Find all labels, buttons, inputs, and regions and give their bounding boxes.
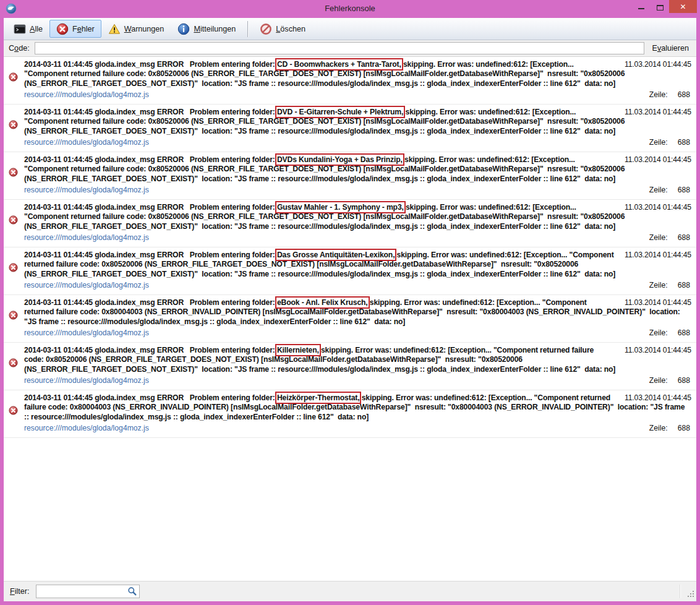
error-entry[interactable]: 11.03.2014 01:44:45 2014-03-11 01:44:45 … [4, 390, 696, 438]
close-button[interactable]: ✕ [669, 0, 697, 13]
close-icon: ✕ [680, 2, 686, 11]
titlebar[interactable]: Fehlerkonsole ✕ [0, 0, 700, 18]
toolbar: Alle Fehler Warnungen Mitteilungen Lösch… [4, 18, 696, 40]
resize-grip[interactable] [687, 590, 695, 600]
error-date: 11.03.2014 01:44:45 [615, 393, 691, 403]
clear-icon [260, 23, 272, 35]
line-number: 688 [678, 138, 690, 147]
filter-label: Filter: [10, 587, 30, 596]
line-number: 688 [678, 376, 690, 385]
source-link[interactable]: resource:///modules/gloda/log4moz.js [24, 90, 149, 100]
toolbar-button-alle[interactable]: Alle [7, 20, 49, 38]
line-label: Zeile: [649, 186, 668, 195]
error-entry[interactable]: 11.03.2014 01:44:45 2014-03-11 01:44:45 … [4, 105, 696, 152]
source-link[interactable]: resource:///modules/gloda/log4moz.js [24, 233, 149, 242]
info-icon [177, 23, 190, 35]
source-link[interactable]: resource:///modules/gloda/log4moz.js [24, 328, 149, 338]
line-number: 688 [678, 186, 690, 195]
source-link[interactable]: resource:///modules/gloda/log4moz.js [24, 424, 149, 433]
error-date: 11.03.2014 01:44:45 [615, 251, 691, 260]
console-icon [14, 23, 26, 35]
window-title: Fehlerkonsole [0, 4, 700, 13]
filter-input[interactable] [36, 586, 127, 597]
maximize-button[interactable] [651, 0, 669, 13]
line-number: 688 [678, 424, 690, 433]
window-content: Alle Fehler Warnungen Mitteilungen Lösch… [4, 18, 696, 601]
code-input[interactable] [35, 42, 645, 54]
source-link[interactable]: resource:///modules/gloda/log4moz.js [24, 138, 149, 147]
toolbar-separator [247, 21, 248, 37]
toolbar-button-mitteilungen[interactable]: Mitteilungen [171, 20, 242, 38]
error-icon [9, 406, 18, 415]
statusbar-divider [680, 585, 680, 598]
line-number: 688 [678, 233, 690, 242]
error-entry[interactable]: 11.03.2014 01:44:45 2014-03-11 01:44:45 … [4, 295, 696, 343]
line-label: Zeile: [649, 424, 668, 433]
minimize-button[interactable] [632, 0, 651, 13]
maximize-icon [657, 5, 664, 11]
minimize-icon [638, 8, 644, 9]
line-label: Zeile: [649, 233, 668, 242]
line-label: Zeile: [649, 90, 668, 100]
line-label: Zeile: [649, 328, 668, 338]
folder-name-highlight: Killernieten, [277, 346, 319, 354]
error-message: 11.03.2014 01:44:45 2014-03-11 01:44:45 … [24, 251, 691, 279]
line-label: Zeile: [649, 281, 668, 290]
error-entry[interactable]: 11.03.2014 01:44:45 2014-03-11 01:44:45 … [4, 57, 696, 105]
toolbar-button-fehler[interactable]: Fehler [49, 20, 101, 38]
code-label: Code: [9, 44, 30, 53]
evaluate-button[interactable]: Evaluieren [649, 44, 691, 53]
error-message: 11.03.2014 01:44:45 2014-03-11 01:44:45 … [24, 60, 691, 88]
error-icon [9, 215, 18, 225]
warning-icon [108, 23, 121, 35]
error-date: 11.03.2014 01:44:45 [615, 155, 691, 165]
error-icon [9, 311, 18, 320]
toolbar-button-loeschen[interactable]: Löschen [253, 20, 312, 38]
error-message: 11.03.2014 01:44:45 2014-03-11 01:44:45 … [24, 155, 691, 184]
error-list: 11.03.2014 01:44:45 2014-03-11 01:44:45 … [4, 57, 696, 581]
code-row: Code: Evaluieren [4, 40, 696, 57]
error-entry[interactable]: 11.03.2014 01:44:45 2014-03-11 01:44:45 … [4, 200, 696, 247]
error-date: 11.03.2014 01:44:45 [615, 346, 691, 355]
error-icon [9, 358, 18, 367]
error-message: 11.03.2014 01:44:45 2014-03-11 01:44:45 … [24, 298, 691, 327]
source-link[interactable]: resource:///modules/gloda/log4moz.js [24, 281, 149, 290]
filter-input-box[interactable] [36, 585, 140, 598]
error-date: 11.03.2014 01:44:45 [615, 108, 691, 117]
error-message: 11.03.2014 01:44:45 2014-03-11 01:44:45 … [24, 346, 691, 374]
folder-name-highlight: DVDs Kundalini-Yoga + Das Prinzip, [277, 155, 403, 164]
error-date: 11.03.2014 01:44:45 [615, 298, 691, 307]
error-entry[interactable]: 11.03.2014 01:44:45 2014-03-11 01:44:45 … [4, 247, 696, 295]
error-message: 11.03.2014 01:44:45 2014-03-11 01:44:45 … [24, 203, 691, 231]
folder-name-highlight: Gustav Mahler - 1. Symphony - mp3, [277, 203, 404, 212]
search-icon[interactable] [127, 586, 139, 596]
error-console-window: Fehlerkonsole ✕ Alle Fehler Warnungen Mi… [0, 0, 700, 605]
error-entry[interactable]: 11.03.2014 01:44:45 2014-03-11 01:44:45 … [4, 343, 696, 390]
line-number: 688 [678, 281, 690, 290]
source-link[interactable]: resource:///modules/gloda/log4moz.js [24, 186, 149, 195]
folder-name-highlight: eBook - Anl. Felix Krusch, [277, 298, 368, 307]
error-icon [9, 72, 18, 82]
toolbar-button-warnungen[interactable]: Warnungen [101, 20, 171, 38]
folder-name-highlight: Heizkörper-Thermostat, [277, 393, 360, 402]
filter-bar: Filter: [4, 581, 696, 601]
error-message: 11.03.2014 01:44:45 2014-03-11 01:44:45 … [24, 108, 691, 136]
source-link[interactable]: resource:///modules/gloda/log4moz.js [24, 376, 149, 385]
error-icon [9, 263, 18, 272]
error-date: 11.03.2014 01:44:45 [615, 60, 691, 69]
line-number: 688 [678, 328, 690, 338]
error-icon [56, 23, 69, 35]
error-icon [9, 168, 18, 177]
line-label: Zeile: [649, 376, 668, 385]
line-number: 688 [678, 90, 690, 100]
error-icon [9, 120, 18, 129]
error-entry[interactable]: 11.03.2014 01:44:45 2014-03-11 01:44:45 … [4, 152, 696, 200]
line-label: Zeile: [649, 138, 668, 147]
folder-name-highlight: DVD - E-Gitarren-Schule + Plektrum, [277, 108, 403, 116]
error-date: 11.03.2014 01:44:45 [615, 203, 691, 212]
folder-name-highlight: CD - Boomwhackers + Tantra-Tarot, [277, 60, 401, 69]
folder-name-highlight: Das Grosse Antiquitäten-Lexikon, [277, 251, 395, 259]
error-message: 11.03.2014 01:44:45 2014-03-11 01:44:45 … [24, 393, 691, 422]
